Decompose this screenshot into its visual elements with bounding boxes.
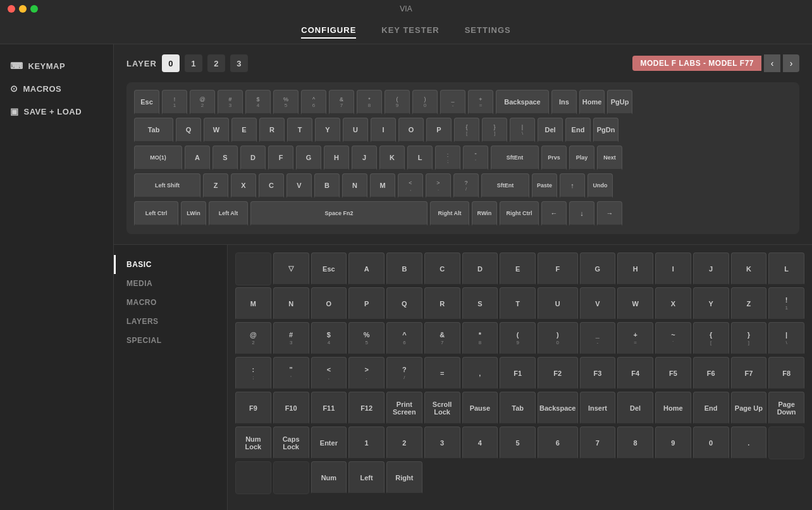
picker-key-2-4[interactable]: *8 — [462, 322, 498, 355]
picker-key-3-13[interactable]: F10 — [273, 392, 309, 425]
picker-key-0-14[interactable]: L — [768, 252, 804, 285]
key-9[interactable]: (9 — [384, 90, 410, 115]
picker-key-1-9[interactable]: W — [617, 287, 653, 320]
picker-key-0-13[interactable]: K — [731, 252, 767, 285]
picker-key-0-12[interactable]: J — [693, 252, 729, 285]
layer-btn-0[interactable]: 0 — [162, 54, 180, 72]
key-y[interactable]: Y — [315, 118, 340, 143]
model-prev-button[interactable]: ‹ — [764, 54, 780, 72]
sidebar-item-macros[interactable]: ⊙ MACROS — [0, 77, 113, 100]
picker-key-3-10[interactable]: F7 — [731, 357, 767, 390]
picker-key-3-0[interactable]: >. — [348, 357, 384, 390]
picker-key-2-10[interactable]: {[ — [693, 322, 729, 355]
key-pgdn[interactable]: PgDn — [593, 118, 618, 143]
picker-key-4-14[interactable]: 1 — [348, 426, 384, 459]
picker-key-2-9[interactable]: ~` — [655, 322, 691, 355]
key-play[interactable]: Play — [569, 146, 594, 171]
model-next-button[interactable]: › — [783, 54, 799, 72]
picker-key-3-1[interactable]: ?/ — [386, 357, 422, 390]
key-p[interactable]: P — [426, 118, 452, 143]
picker-key-3-12[interactable]: F9 — [235, 392, 271, 425]
picker-key-0-9[interactable]: G — [580, 252, 616, 285]
key-3[interactable]: #3 — [218, 90, 243, 115]
picker-key-4-4[interactable]: Backspace — [538, 392, 578, 425]
picker-key-2-13[interactable]: :; — [235, 357, 271, 390]
picker-key-1-0[interactable]: N — [273, 287, 309, 320]
tab-configure[interactable]: CONFIGURE — [301, 23, 356, 39]
key-slash[interactable]: ?/ — [453, 173, 479, 199]
picker-key-1-10[interactable]: X — [655, 287, 691, 320]
key-rwin[interactable]: RWin — [472, 201, 497, 227]
close-button[interactable] — [8, 5, 15, 13]
maximize-button[interactable] — [30, 5, 38, 13]
picker-key-0-1[interactable]: ▽ — [273, 252, 309, 285]
picker-key-1-1[interactable]: O — [311, 287, 347, 320]
picker-key-4-9[interactable]: Page Up — [731, 392, 767, 425]
key-backspace[interactable]: Backspace — [496, 90, 549, 115]
key-z[interactable]: Z — [203, 173, 228, 199]
sidebar-item-save-load[interactable]: ▣ SAVE + LOAD — [0, 100, 113, 123]
key-7[interactable]: &7 — [329, 90, 354, 115]
picker-key-5-8[interactable]: . — [731, 426, 767, 459]
key-backslash[interactable]: |\ — [510, 118, 535, 143]
key-tab[interactable]: Tab — [134, 118, 173, 143]
picker-key-5-5[interactable]: 8 — [617, 426, 653, 459]
picker-key-3-3[interactable]: , — [462, 357, 498, 390]
key-space[interactable]: Space Fn2 — [250, 201, 428, 227]
key-equals[interactable]: += — [468, 90, 493, 115]
key-next[interactable]: Next — [597, 146, 622, 171]
picker-key-0-3[interactable]: A — [348, 252, 384, 285]
key-1[interactable]: !1 — [162, 90, 187, 115]
key-a[interactable]: A — [185, 146, 210, 171]
picker-key-3-15[interactable]: F12 — [348, 392, 384, 425]
picker-key-1-7[interactable]: U — [538, 287, 578, 320]
key-h[interactable]: H — [324, 146, 349, 171]
key-e[interactable]: E — [231, 118, 257, 143]
picker-key-5-7[interactable]: 0 — [693, 426, 729, 459]
key-r[interactable]: R — [259, 118, 285, 143]
picker-key-2-11[interactable]: }] — [731, 322, 767, 355]
key-end[interactable]: End — [565, 118, 591, 143]
picker-key-2-14[interactable]: "' — [273, 357, 309, 390]
sidebar-item-keymap[interactable]: ⌨ KEYMAP — [0, 54, 113, 77]
picker-key-0-10[interactable]: H — [617, 252, 653, 285]
picker-key-5-4[interactable]: 7 — [580, 426, 616, 459]
key-2[interactable]: @2 — [190, 90, 215, 115]
picker-key-1-8[interactable]: V — [580, 287, 616, 320]
picker-key-1-12[interactable]: Z — [731, 287, 767, 320]
layer-btn-2[interactable]: 2 — [207, 54, 225, 72]
picker-key-2-0[interactable]: $4 — [311, 322, 347, 355]
picker-key-0-4[interactable]: B — [386, 252, 422, 285]
key-prvs[interactable]: Prvs — [541, 146, 567, 171]
picker-key-1-5[interactable]: S — [462, 287, 498, 320]
picker-key-2-15[interactable]: <, — [311, 357, 347, 390]
key-m[interactable]: M — [370, 173, 395, 199]
picker-key-3-7[interactable]: F4 — [617, 357, 653, 390]
picker-key-3-14[interactable]: F11 — [311, 392, 347, 425]
picker-key-2-6[interactable]: )0 — [538, 322, 578, 355]
key-up[interactable]: ↑ — [560, 173, 585, 199]
key-o[interactable]: O — [398, 118, 424, 143]
picker-key-2-2[interactable]: ^6 — [386, 322, 422, 355]
picker-key-1-15[interactable]: #3 — [273, 322, 309, 355]
picker-key-1-14[interactable]: @2 — [235, 322, 271, 355]
picker-key-4-13[interactable]: Enter — [311, 426, 347, 459]
category-special[interactable]: SPECIAL — [114, 331, 227, 350]
picker-key-1-4[interactable]: R — [424, 287, 460, 320]
picker-key-0-8[interactable]: F — [538, 252, 578, 285]
key-f[interactable]: F — [268, 146, 293, 171]
picker-key-2-12[interactable]: |\ — [768, 322, 804, 355]
picker-key-5-1[interactable]: 4 — [462, 426, 498, 459]
picker-key-4-10[interactable]: Page Down — [768, 392, 804, 425]
key-lwin[interactable]: LWin — [181, 201, 206, 227]
picker-key-3-2[interactable]: = — [424, 357, 460, 390]
key-right[interactable]: → — [597, 201, 622, 227]
picker-key-4-15[interactable]: 2 — [386, 426, 422, 459]
picker-key-4-2[interactable]: Pause — [462, 392, 498, 425]
key-g[interactable]: G — [296, 146, 321, 171]
key-x[interactable]: X — [231, 173, 256, 199]
picker-key-5-14[interactable]: Right — [386, 461, 422, 494]
key-comma[interactable]: <, — [398, 173, 423, 199]
picker-key-2-5[interactable]: (9 — [500, 322, 536, 355]
picker-key-3-8[interactable]: F5 — [655, 357, 691, 390]
